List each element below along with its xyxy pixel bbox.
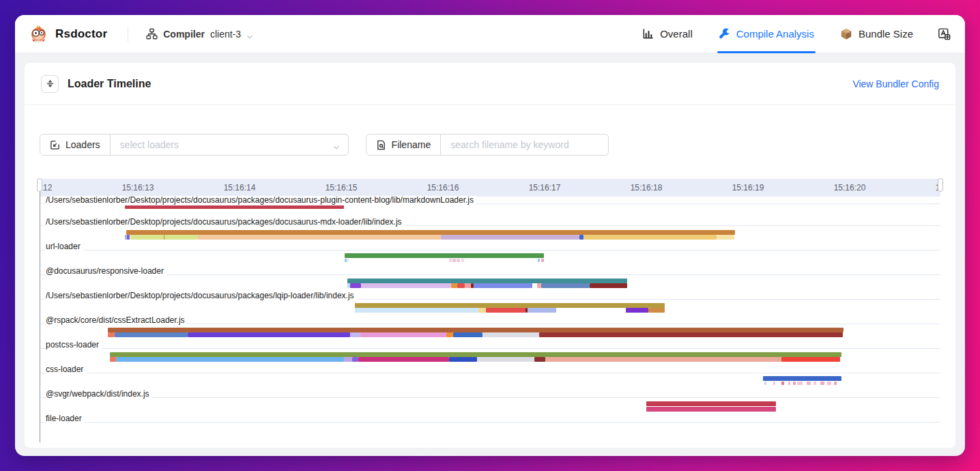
loader-span[interactable] bbox=[834, 382, 837, 385]
row-separator bbox=[40, 373, 940, 373]
loader-span[interactable] bbox=[482, 332, 539, 337]
timeline-row-label: /Users/sebastienlorber/Desktop/projects/… bbox=[46, 291, 357, 301]
loader-span[interactable] bbox=[539, 332, 843, 337]
view-bundler-config-link[interactable]: View Bundler Config bbox=[852, 78, 939, 89]
tab-label: Compile Analysis bbox=[736, 28, 814, 40]
loader-span[interactable] bbox=[355, 303, 665, 308]
row-separator bbox=[40, 422, 940, 423]
loader-span[interactable] bbox=[797, 382, 803, 385]
loader-span[interactable] bbox=[198, 235, 441, 240]
loader-span[interactable] bbox=[355, 308, 478, 313]
loader-span[interactable] bbox=[449, 357, 477, 362]
loader-span[interactable] bbox=[465, 283, 471, 288]
loader-span[interactable] bbox=[807, 382, 811, 385]
file-search-icon bbox=[376, 140, 386, 150]
loader-span[interactable] bbox=[781, 382, 784, 385]
loader-span[interactable] bbox=[477, 357, 534, 362]
tab-compile-analysis[interactable]: Compile Analysis bbox=[719, 15, 814, 53]
loader-span[interactable] bbox=[164, 235, 198, 240]
loader-span[interactable] bbox=[188, 332, 350, 337]
loader-span[interactable] bbox=[347, 279, 627, 283]
loader-span[interactable] bbox=[457, 259, 460, 262]
loader-span[interactable] bbox=[626, 308, 648, 313]
timeline-row-label: css-loader bbox=[46, 365, 86, 375]
loader-span[interactable] bbox=[126, 230, 735, 235]
loader-span[interactable] bbox=[344, 357, 352, 362]
tab-bundle-size[interactable]: Bundle Size bbox=[840, 15, 913, 53]
loader-span[interactable] bbox=[788, 382, 790, 385]
loader-span[interactable] bbox=[116, 357, 344, 362]
loader-span[interactable] bbox=[764, 382, 766, 385]
loader-span[interactable] bbox=[528, 308, 556, 313]
loader-span[interactable] bbox=[534, 357, 545, 362]
filename-search-input[interactable] bbox=[441, 139, 608, 150]
loader-span[interactable] bbox=[461, 259, 464, 262]
loader-span[interactable] bbox=[127, 235, 130, 240]
loader-span[interactable] bbox=[361, 283, 451, 288]
panel-header: Loader Timeline View Bundler Config bbox=[25, 63, 955, 105]
timeline-axis[interactable]: 15:16:1215:16:1315:16:1415:16:1515:16:16… bbox=[40, 179, 940, 197]
loader-span[interactable] bbox=[773, 382, 775, 385]
loader-span[interactable] bbox=[545, 357, 781, 362]
loader-span[interactable] bbox=[820, 382, 824, 385]
loader-span[interactable] bbox=[793, 382, 796, 385]
brand[interactable]: Rsdoctor bbox=[29, 24, 107, 44]
loader-span[interactable] bbox=[130, 235, 164, 240]
sitemap-icon bbox=[146, 28, 158, 40]
brush-handle-left[interactable] bbox=[37, 178, 42, 192]
translate-icon[interactable] bbox=[937, 27, 951, 41]
loader-span[interactable] bbox=[352, 357, 358, 362]
axis-tick-label: 15:16:18 bbox=[631, 183, 663, 192]
loader-span[interactable] bbox=[646, 407, 776, 412]
loader-span[interactable] bbox=[360, 332, 446, 337]
loader-span[interactable] bbox=[345, 259, 347, 262]
loader-span[interactable] bbox=[108, 332, 115, 337]
loader-span[interactable] bbox=[538, 259, 540, 262]
loader-span[interactable] bbox=[583, 235, 717, 240]
panel-title: Loader Timeline bbox=[68, 78, 151, 90]
loader-span[interactable] bbox=[646, 401, 776, 406]
loader-span[interactable] bbox=[108, 328, 844, 332]
loader-span[interactable] bbox=[781, 357, 840, 362]
loader-span[interactable] bbox=[478, 308, 486, 313]
brush-handle-right[interactable] bbox=[938, 178, 943, 192]
chevron-down-icon bbox=[246, 31, 253, 38]
loader-span[interactable] bbox=[541, 259, 544, 262]
loader-span[interactable] bbox=[350, 283, 361, 288]
loader-span[interactable] bbox=[347, 259, 349, 262]
tab-overall[interactable]: Overall bbox=[642, 15, 693, 53]
loader-span[interactable] bbox=[446, 332, 453, 337]
app-header: Rsdoctor Compiler client-3 bbox=[15, 15, 965, 53]
loader-span[interactable] bbox=[541, 283, 590, 288]
loaders-select[interactable] bbox=[111, 134, 348, 155]
row-separator bbox=[40, 348, 940, 349]
loader-span[interactable] bbox=[474, 283, 532, 288]
loader-span[interactable] bbox=[110, 357, 116, 362]
loader-span[interactable] bbox=[115, 332, 188, 337]
loader-span[interactable] bbox=[358, 357, 449, 362]
loader-span[interactable] bbox=[441, 235, 579, 240]
loader-span[interactable] bbox=[451, 283, 457, 288]
loader-span[interactable] bbox=[648, 308, 665, 313]
loaders-label: Loaders bbox=[66, 139, 100, 150]
loader-span[interactable] bbox=[453, 332, 482, 337]
tab-label: Overall bbox=[660, 28, 693, 40]
loader-span[interactable] bbox=[457, 283, 465, 288]
collapse-rows-button[interactable] bbox=[41, 75, 59, 93]
loader-span[interactable] bbox=[717, 235, 734, 240]
bar-chart-icon bbox=[642, 28, 654, 40]
loader-span[interactable] bbox=[827, 382, 831, 385]
filename-field[interactable] bbox=[441, 134, 608, 155]
loader-span[interactable] bbox=[763, 376, 841, 381]
loader-span[interactable] bbox=[813, 382, 816, 385]
axis-tick-label: 15:16:15 bbox=[326, 183, 358, 192]
loader-span[interactable] bbox=[110, 352, 841, 357]
loader-span[interactable] bbox=[350, 332, 360, 337]
loaders-select-input[interactable] bbox=[111, 139, 348, 150]
loader-span[interactable] bbox=[486, 308, 525, 313]
loader-span[interactable] bbox=[590, 283, 627, 288]
loader-span[interactable] bbox=[452, 259, 456, 262]
compiler-selector[interactable]: Compiler client-3 bbox=[146, 28, 253, 40]
loader-span[interactable] bbox=[345, 253, 544, 258]
loader-span[interactable] bbox=[449, 259, 452, 262]
